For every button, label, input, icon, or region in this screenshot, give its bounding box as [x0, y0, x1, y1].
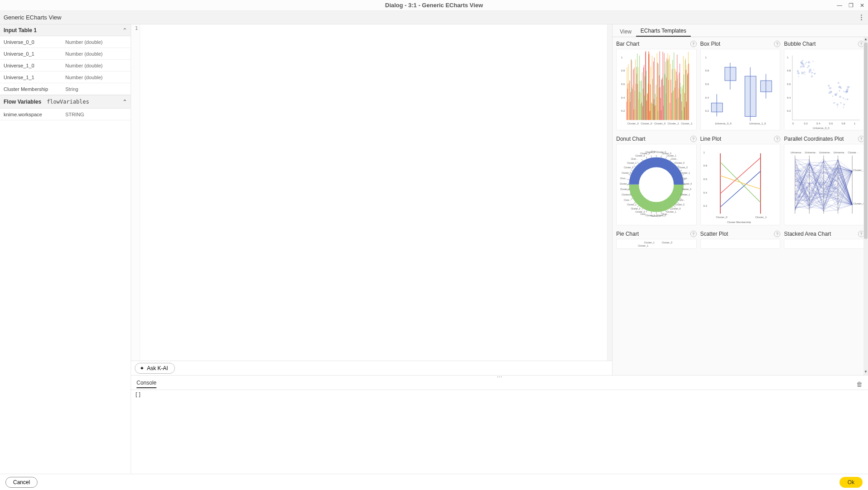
flow-variables-header[interactable]: Flow Variables flowVariables ⌃ [0, 95, 131, 109]
svg-rect-53 [648, 84, 648, 120]
svg-rect-74 [657, 62, 658, 120]
svg-rect-42 [643, 89, 643, 120]
code-editor[interactable]: 1 [131, 24, 612, 361]
window-controls: — ❐ ✕ [837, 0, 864, 11]
help-icon[interactable]: ? [774, 41, 780, 47]
svg-rect-16 [631, 60, 632, 120]
svg-rect-9 [628, 64, 629, 120]
editor-scrollbar[interactable] [608, 24, 612, 361]
svg-rect-125 [680, 83, 680, 120]
templates-grid: Bar Chart? 10.80.60.40.2 Cluster_0Cluste… [613, 37, 868, 375]
tab-echarts-templates[interactable]: ECharts Templates [636, 25, 691, 37]
sidebar: Input Table 1 ⌃ Universe_0_0Number (doub… [0, 24, 131, 474]
svg-text:Universe_0_0: Universe_0_0 [715, 122, 731, 125]
template-scatter-plot[interactable]: Scatter Plot? [700, 229, 781, 249]
svg-rect-27 [636, 67, 637, 120]
help-icon[interactable]: ? [690, 41, 697, 47]
flow-variable-row[interactable]: knime.workspace STRING [0, 109, 131, 120]
svg-rect-137 [685, 58, 686, 120]
kebab-menu-icon[interactable] [858, 14, 864, 21]
tab-view[interactable]: View [615, 26, 636, 37]
svg-rect-43 [643, 67, 644, 120]
help-icon[interactable]: ? [774, 231, 780, 237]
templates-scrollbar[interactable]: ▲ ▼ [863, 37, 868, 375]
template-stacked-area-chart[interactable]: Stacked Area Chart? [784, 229, 864, 249]
svg-rect-93 [666, 94, 666, 120]
svg-text:Cluster Membership: Cluster Membership [727, 221, 751, 224]
svg-point-222 [839, 86, 841, 88]
scroll-down-icon[interactable]: ▼ [863, 370, 868, 375]
svg-rect-35 [640, 81, 640, 120]
flow-variables-title: Flow Variables [4, 99, 41, 105]
svg-rect-87 [663, 106, 664, 120]
svg-line-282 [628, 175, 631, 176]
svg-rect-47 [645, 52, 646, 120]
cancel-button[interactable]: Cancel [5, 477, 38, 488]
trash-icon[interactable]: 🗑 [856, 381, 863, 388]
ok-button[interactable]: Ok [840, 477, 863, 488]
svg-rect-26 [636, 84, 636, 120]
ask-kai-button[interactable]: ✦ Ask K-AI [135, 363, 175, 374]
svg-rect-111 [674, 52, 674, 120]
svg-rect-46 [645, 76, 645, 120]
svg-point-203 [798, 76, 799, 77]
svg-point-226 [828, 85, 830, 87]
svg-rect-25 [635, 59, 636, 120]
help-icon[interactable]: ? [690, 231, 697, 237]
right-tabs: View ECharts Templates [613, 24, 868, 37]
svg-rect-15 [631, 59, 631, 120]
template-line-plot[interactable]: Line Plot? 10.80.60.40.2 Cluster_0Clus [700, 134, 781, 225]
svg-text:0.6: 0.6 [787, 83, 791, 86]
help-icon[interactable]: ? [774, 136, 780, 142]
svg-rect-85 [662, 77, 663, 120]
template-bar-chart[interactable]: Bar Chart? 10.80.60.40.2 Cluster_0Cluste… [616, 39, 697, 130]
help-icon[interactable]: ? [690, 136, 697, 142]
svg-point-209 [802, 71, 804, 74]
console-tab[interactable]: Console [137, 380, 156, 388]
svg-point-206 [809, 69, 812, 71]
scroll-up-icon[interactable]: ▲ [863, 37, 868, 43]
chevron-up-icon: ⌃ [123, 99, 127, 105]
template-box-plot[interactable]: Box Plot? 10.80.60.40.2 Universe_0_0Univ… [700, 39, 781, 130]
table-column-row[interactable]: Universe_0_1Number (double) [0, 48, 131, 60]
template-bubble-chart[interactable]: Bubble Chart? 10.80.60.40.2 00.20.40.60.… [784, 39, 864, 130]
svg-line-266 [642, 208, 642, 210]
table-column-row[interactable]: Universe_1_1Number (double) [0, 71, 131, 83]
svg-text:Cluster_1: Cluster_1 [667, 155, 676, 157]
svg-rect-36 [640, 93, 641, 120]
svg-line-323 [720, 158, 760, 194]
svg-text:Cluster_0: Cluster_0 [716, 216, 727, 219]
svg-text:1: 1 [787, 56, 788, 59]
svg-text:Cluster_0: Cluster_0 [624, 167, 633, 169]
template-pie-chart[interactable]: Pie Chart? Cluster_1Cluster_0 Cluster_1 [616, 229, 697, 249]
svg-point-228 [840, 102, 842, 104]
template-donut-chart[interactable]: Donut Chart? Cluster_0Cluster_0Cluster_1… [616, 134, 697, 225]
code-area[interactable] [140, 24, 608, 361]
maximize-icon[interactable]: ❐ [849, 2, 854, 9]
close-icon[interactable]: ✕ [860, 2, 864, 9]
svg-text:Cluster_0: Cluster_0 [662, 241, 672, 244]
svg-rect-109 [673, 91, 673, 120]
svg-point-181 [811, 72, 813, 74]
line-number: 1 [131, 25, 138, 31]
svg-text:Cluster_0: Cluster_0 [662, 152, 671, 155]
svg-rect-82 [661, 110, 661, 120]
minimize-icon[interactable]: — [837, 2, 842, 9]
template-parallel-coordinates[interactable]: Parallel Coordinates Plot? Universe..Uni… [784, 134, 864, 225]
svg-text:0.8: 0.8 [842, 122, 846, 125]
svg-rect-62 [652, 56, 652, 120]
svg-point-214 [801, 62, 803, 64]
table-column-row[interactable]: Universe_1_0Number (double) [0, 60, 131, 71]
svg-rect-124 [679, 64, 680, 120]
svg-text:Cluster_1: Cluster_1 [680, 194, 690, 196]
svg-line-280 [627, 180, 630, 180]
svg-rect-83 [661, 80, 662, 120]
table-column-row[interactable]: Cluster MembershipString [0, 83, 131, 95]
svg-rect-106 [671, 93, 672, 120]
parallel-coordinates-thumbnail: Universe..Universe..Universe..Universe..… [784, 144, 864, 225]
table-column-row[interactable]: Universe_0_0Number (double) [0, 36, 131, 48]
input-table-header[interactable]: Input Table 1 ⌃ [0, 24, 131, 36]
svg-point-196 [835, 102, 836, 104]
svg-text:0.8: 0.8 [705, 69, 709, 72]
svg-rect-29 [637, 54, 637, 120]
